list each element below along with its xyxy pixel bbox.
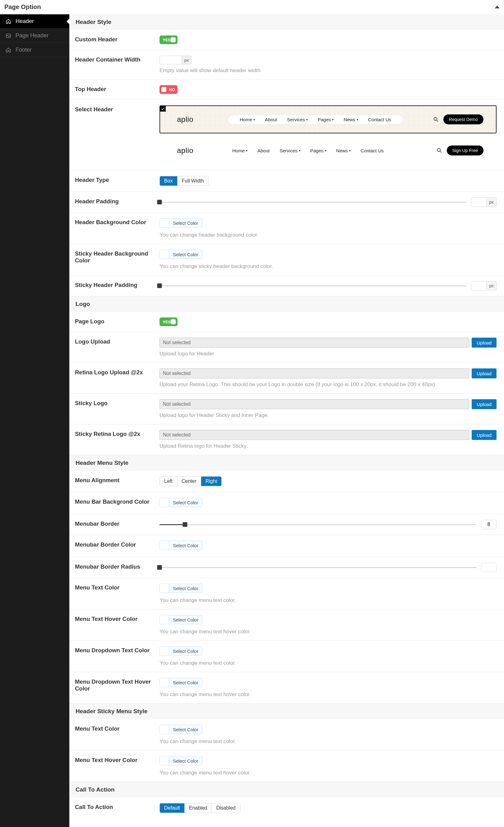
check-icon	[160, 106, 166, 112]
search-icon	[433, 116, 439, 123]
caret-up-icon[interactable]	[495, 6, 500, 8]
segment-box[interactable]: Box	[160, 176, 178, 186]
label-sticky-menu-text: Menu Text Color	[75, 725, 159, 732]
segment-default[interactable]: Default	[160, 804, 185, 813]
sticky-retina-field[interactable]: Not selected	[159, 430, 469, 440]
color-swatch	[160, 647, 169, 655]
color-sticky-menu-text[interactable]: Select Color	[159, 725, 202, 734]
toggle-yes-label: YES	[163, 320, 171, 324]
preview-nav-item: News▾	[336, 148, 351, 153]
unit-px: px	[487, 197, 497, 207]
preview-nav-item: News▾	[344, 117, 358, 122]
hint-header-bg: You can change header background color.	[159, 232, 497, 238]
label-sticky-retina: Sticky Retina Logo @2x	[75, 430, 159, 437]
topbar: Page Option	[0, 0, 504, 14]
section-sticky-menu: Header Sticky Menu Style	[69, 703, 504, 719]
sidebar-item-page-header[interactable]: Page Header	[0, 29, 69, 43]
color-swatch	[160, 678, 169, 687]
color-menubar-bg[interactable]: Select Color	[159, 498, 202, 507]
logo-upload-field[interactable]: Not selected	[159, 338, 469, 348]
preview-nav-item: Contact Us	[368, 117, 391, 122]
color-label: Select Color	[169, 584, 202, 593]
color-menubar-border[interactable]: Select Color	[159, 541, 202, 550]
preview-nav-item: Services▾	[280, 148, 300, 153]
segment-full-width[interactable]: Full Width	[178, 176, 208, 186]
color-swatch	[160, 725, 169, 734]
chevron-down-icon: ▾	[357, 118, 358, 121]
label-menubar-border: Menubar Border	[75, 520, 159, 527]
sticky-padding-input[interactable]	[471, 281, 487, 290]
chevron-down-icon: ▾	[299, 149, 300, 152]
svg-point-2	[437, 148, 440, 151]
header-padding-input[interactable]	[471, 197, 487, 207]
menubar-border-input[interactable]	[481, 520, 497, 529]
upload-button[interactable]: Upload	[472, 399, 497, 409]
hint-sticky-menu-hover: You can change menu text hover color.	[159, 770, 497, 776]
segment-disabled[interactable]: Disabled	[212, 804, 240, 813]
home-icon	[6, 19, 12, 24]
segment-header-type: Box Full Width	[159, 176, 209, 186]
segment-center[interactable]: Center	[177, 477, 201, 486]
hint-sticky-retina: Upload Retina logo for Header Sticky.	[159, 443, 497, 449]
preview-nav-item: Pages▾	[310, 148, 326, 153]
color-menu-dd-text[interactable]: Select Color	[159, 646, 202, 656]
color-label: Select Color	[169, 498, 202, 507]
color-sticky-menu-hover[interactable]: Select Color	[159, 756, 202, 766]
label-top-header: Top Header	[75, 85, 159, 93]
slider-handle[interactable]	[183, 522, 187, 527]
sidebar-item-header[interactable]: Header	[0, 14, 69, 29]
slider-menubar-radius[interactable]	[159, 567, 476, 568]
chevron-down-icon: ▾	[332, 118, 334, 121]
preview-nav-item: Home▾	[240, 117, 255, 122]
toggle-yes-label: YES	[163, 38, 171, 42]
label-menubar-bg: Menu Bar Backgrond Color	[75, 498, 159, 505]
toggle-knob	[161, 87, 166, 92]
slider-handle[interactable]	[157, 200, 162, 205]
preview-nav-item: Home▾	[232, 148, 248, 153]
segment-left[interactable]: Left	[160, 477, 177, 486]
color-header-bg[interactable]: Select Color	[159, 218, 202, 228]
slider-menubar-border[interactable]	[159, 524, 476, 525]
sticky-logo-field[interactable]: Not selected	[159, 399, 469, 409]
container-width-input[interactable]: px	[159, 56, 192, 64]
container-width-field[interactable]	[160, 56, 182, 64]
color-menu-text-hover[interactable]: Select Color	[159, 615, 202, 624]
sidebar-item-label: Page Header	[15, 32, 49, 39]
hint-retina-upload: Upload your Retina Logo. This should be …	[159, 382, 497, 388]
slider-handle[interactable]	[157, 284, 162, 288]
label-container-width: Header Container Width	[75, 56, 159, 63]
toggle-page-logo[interactable]: YES	[159, 318, 178, 326]
upload-button[interactable]: Upload	[472, 338, 497, 348]
slider-sticky-padding[interactable]	[159, 285, 467, 286]
label-page-logo: Page Logo	[75, 318, 159, 325]
upload-button[interactable]: Upload	[472, 369, 497, 378]
label-header-padding: Header Padding	[75, 197, 159, 205]
color-menu-text[interactable]: Select Color	[159, 584, 202, 593]
segment-right[interactable]: Right	[201, 477, 221, 486]
image-icon	[6, 33, 12, 39]
retina-upload-field[interactable]: Not selected	[159, 369, 469, 378]
hint-menu-text-color: You can change menu text color.	[159, 597, 497, 603]
hint-logo-upload: Upload logo for Header	[159, 351, 497, 357]
color-sticky-bg[interactable]: Select Color	[159, 250, 202, 259]
color-menu-dd-hover[interactable]: Select Color	[159, 678, 202, 687]
svg-point-1	[434, 117, 437, 120]
toggle-top-header[interactable]: NO	[159, 85, 178, 94]
segment-enabled[interactable]: Enabled	[185, 804, 212, 813]
slider-handle[interactable]	[157, 565, 162, 570]
label-custom-header: Custom Header	[75, 36, 159, 43]
slider-header-padding[interactable]	[159, 202, 467, 203]
preview-nav-item: Contact Us	[361, 148, 384, 153]
toggle-custom-header[interactable]: YES	[159, 36, 178, 44]
upload-button[interactable]: Upload	[472, 430, 497, 440]
header-preset-2[interactable]: aplio Home▾ About Services▾ Pages▾ News▾…	[159, 137, 497, 164]
label-retina-upload: Retina Logo Upload @2x	[75, 369, 159, 376]
menubar-radius-input[interactable]	[481, 563, 497, 572]
sidebar-item-footer[interactable]: Footer	[0, 43, 69, 57]
label-menubar-border-color: Menubar Border Color	[75, 541, 159, 548]
hint-sticky-bg: You can change sticky header background …	[159, 263, 497, 270]
color-swatch	[160, 615, 169, 624]
header-preset-1[interactable]: aplio Home▾ About Services▾ Pages▾ News▾…	[159, 105, 497, 133]
preview-cta-button: Sign Up Free	[447, 146, 484, 155]
preview-nav: Home▾ About Services▾ Pages▾ News▾ Conta…	[228, 115, 403, 124]
